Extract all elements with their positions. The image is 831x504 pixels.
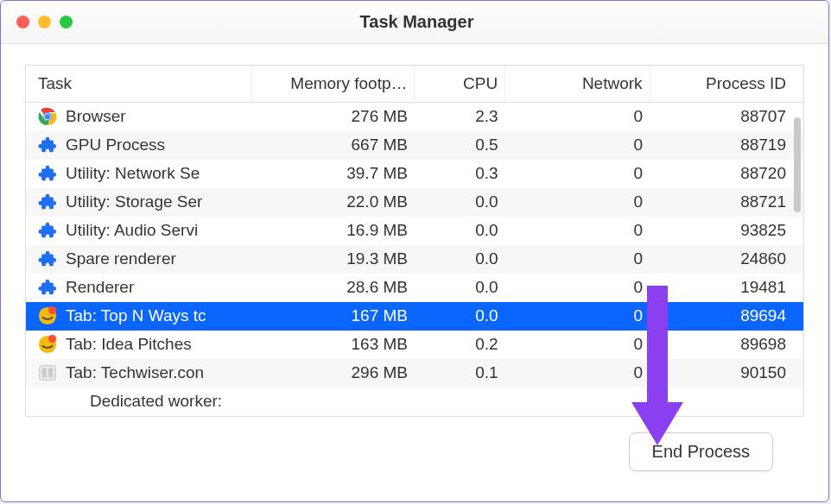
cell-cpu: 0.3	[415, 160, 505, 188]
puzzle-icon	[38, 249, 57, 268]
cell-cpu: 0.0	[415, 302, 505, 331]
content-area: Task Memory footp… CPU Network Process I…	[1, 44, 828, 483]
cell-cpu: 2.3	[415, 103, 505, 131]
cell-cpu: 0.0	[415, 245, 505, 274]
puzzle-icon	[38, 192, 57, 211]
process-table: Task Memory footp… CPU Network Process I…	[26, 66, 803, 416]
cell-network: 0	[505, 245, 650, 274]
cell-memory	[252, 387, 415, 416]
cell-memory: 39.7 MB	[252, 160, 415, 188]
cell-memory: 16.9 MB	[252, 217, 415, 245]
cell-cpu	[415, 387, 505, 416]
col-network[interactable]: Network	[505, 66, 650, 103]
col-pid[interactable]: Process ID	[650, 66, 803, 103]
task-label: GPU Process	[66, 135, 165, 154]
cell-memory: 19.3 MB	[252, 245, 415, 274]
process-table-wrap: Task Memory footp… CPU Network Process I…	[25, 65, 804, 417]
table-row[interactable]: Browser276 MB2.3088707	[26, 103, 803, 131]
task-label: Tab: Techwiser.con	[66, 363, 204, 382]
cell-pid: 89698	[650, 331, 803, 359]
cell-network: 0	[505, 160, 650, 188]
task-label: Utility: Storage Ser	[66, 192, 202, 211]
cell-network: 0	[505, 103, 650, 131]
svg-point-5	[48, 306, 56, 314]
svg-point-3	[45, 114, 50, 119]
puzzle-icon	[38, 135, 57, 154]
cell-task: Tab: Top N Ways tc	[26, 302, 252, 331]
col-task[interactable]: Task	[26, 66, 252, 103]
col-cpu[interactable]: CPU	[415, 66, 505, 103]
table-row[interactable]: Utility: Network Se39.7 MB0.3088720	[26, 160, 803, 188]
favicon2-icon	[38, 363, 57, 382]
cell-pid: 24860	[650, 245, 803, 274]
cell-memory: 163 MB	[252, 331, 415, 359]
task-label: Renderer	[66, 278, 134, 297]
puzzle-icon	[38, 164, 57, 183]
cell-pid: 88720	[650, 160, 803, 188]
cell-memory: 28.6 MB	[252, 274, 415, 302]
cell-network: 0	[505, 359, 650, 387]
cell-cpu: 0.0	[415, 217, 505, 245]
table-header-row: Task Memory footp… CPU Network Process I…	[26, 66, 803, 103]
cell-cpu: 0.2	[415, 331, 505, 359]
cell-pid: 89694	[650, 302, 803, 331]
cell-task: GPU Process	[26, 131, 252, 160]
cell-task: Tab: Idea Pitches	[26, 331, 252, 359]
cell-network: 0	[505, 274, 650, 302]
table-row[interactable]: Spare renderer19.3 MB0.0024860	[26, 245, 803, 274]
chrome-icon	[38, 107, 57, 126]
svg-point-7	[48, 335, 56, 343]
cell-pid: 93825	[650, 217, 803, 245]
cell-task: Utility: Storage Ser	[26, 188, 252, 217]
cell-pid	[650, 387, 803, 416]
cell-memory: 22.0 MB	[252, 188, 415, 217]
cell-network: 0	[505, 131, 650, 160]
cell-memory: 667 MB	[252, 131, 415, 160]
task-label: Browser	[66, 107, 126, 126]
cell-task: Dedicated worker:	[26, 387, 252, 416]
cell-cpu: 0.1	[415, 359, 505, 387]
cell-memory: 167 MB	[252, 302, 415, 331]
table-row[interactable]: Utility: Storage Ser22.0 MB0.0088721	[26, 188, 803, 217]
cell-task: Browser	[26, 103, 252, 131]
task-label: Tab: Top N Ways tc	[66, 306, 206, 325]
cell-pid: 90150	[650, 359, 803, 387]
cell-task: Tab: Techwiser.con	[26, 359, 252, 387]
table-row[interactable]: Renderer28.6 MB0.0019481	[26, 274, 803, 302]
table-row[interactable]: Tab: Top N Ways tc167 MB0.0089694	[26, 302, 803, 331]
footer: End Process	[25, 417, 804, 471]
cell-network: 0	[505, 188, 650, 217]
table-row[interactable]: Tab: Techwiser.con296 MB0.1090150	[26, 359, 803, 387]
table-row[interactable]: Dedicated worker:	[26, 387, 803, 416]
table-row[interactable]: Utility: Audio Servi16.9 MB0.0093825	[26, 217, 803, 245]
table-row[interactable]: GPU Process667 MB0.5088719	[26, 131, 803, 160]
col-memory[interactable]: Memory footp…	[252, 66, 415, 103]
cell-task: Spare renderer	[26, 245, 252, 274]
cell-memory: 296 MB	[252, 359, 415, 387]
task-label: Tab: Idea Pitches	[66, 335, 192, 354]
cell-task: Utility: Audio Servi	[26, 217, 252, 245]
task-label: Utility: Audio Servi	[66, 221, 198, 240]
cell-network: 0	[505, 331, 650, 359]
end-process-button[interactable]: End Process	[629, 432, 773, 471]
cell-task: Utility: Network Se	[26, 160, 252, 188]
cell-pid: 88707	[650, 103, 803, 131]
task-label: Spare renderer	[66, 249, 176, 268]
cell-pid: 88719	[650, 131, 803, 160]
cell-network: 0	[505, 302, 650, 331]
blank-icon	[62, 392, 81, 411]
cell-task: Renderer	[26, 274, 252, 302]
cell-cpu: 0.5	[415, 131, 505, 160]
cell-network: 0	[505, 217, 650, 245]
window-title: Task Manager	[21, 12, 813, 32]
svg-rect-9	[42, 369, 48, 378]
titlebar: Task Manager	[1, 1, 828, 44]
task-manager-window: Task Manager Task Memory footp… CPU Netw…	[0, 0, 829, 502]
table-row[interactable]: Tab: Idea Pitches163 MB0.2089698	[26, 331, 803, 359]
task-label: Utility: Network Se	[66, 164, 200, 183]
cell-cpu: 0.0	[415, 188, 505, 217]
cell-pid: 19481	[650, 274, 803, 302]
task-label: Dedicated worker:	[90, 392, 222, 411]
vertical-scrollbar[interactable]	[794, 117, 801, 212]
favicon1-icon	[38, 306, 57, 325]
